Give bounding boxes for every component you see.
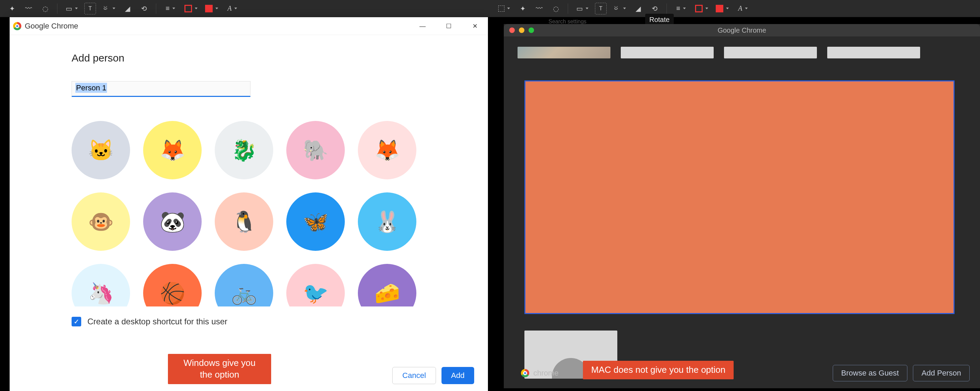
signature-tool-icon[interactable]: ఠ xyxy=(101,3,117,14)
rotate-tool-icon[interactable]: ⟲ Rotate xyxy=(649,3,660,14)
fill-color-swatch[interactable] xyxy=(204,3,220,14)
avatar-dragon-grey[interactable]: 🐉 xyxy=(215,121,273,179)
outline-color-swatch[interactable] xyxy=(183,3,199,14)
avatar-grid: 🐱🦊🐉🐘🦊🐵🐼🐧🦋🐰🦄🏀🚲🐦🧀 xyxy=(72,121,436,307)
close-button[interactable]: ✕ xyxy=(462,17,488,35)
annotation-windows: Windows give you the option xyxy=(168,354,271,384)
avatar-fox-yellow[interactable]: 🦊 xyxy=(143,121,202,179)
avatar-picker-scrollarea: 🐱🦊🐉🐘🦊🐵🐼🐧🦋🐰🦄🏀🚲🐦🧀 xyxy=(72,121,436,307)
dialog-content: Add person Person 1 🐱🦊🐉🐘🦊🐵🐼🐧🦋🐰🦄🏀🚲🐦🧀 ✓ Cr… xyxy=(10,35,488,391)
maximize-button[interactable]: ☐ xyxy=(436,17,462,35)
signature-tool-icon[interactable]: ఠ xyxy=(611,3,627,14)
mac-content: MAC does not give you the option chrome … xyxy=(504,36,980,388)
avatar-monkey-yellow[interactable]: 🐵 xyxy=(72,192,130,251)
desktop-shortcut-checkbox[interactable]: ✓ xyxy=(72,317,81,326)
input-selected-text: Person 1 xyxy=(75,83,107,93)
desktop-shortcut-checkbox-row: ✓ Create a desktop shortcut for this use… xyxy=(72,317,433,326)
brush-tool-icon[interactable]: 〰 xyxy=(23,3,34,14)
avatar-elephant-pink[interactable]: 🐘 xyxy=(286,121,345,179)
chrome-logo-icon xyxy=(13,22,21,30)
sparkle-tool-icon[interactable]: ✦ xyxy=(517,3,528,14)
browse-as-guest-button[interactable]: Browse as Guest xyxy=(833,365,908,382)
toolbar-separator xyxy=(156,3,156,14)
chrome-logo-icon xyxy=(521,369,529,377)
font-tool-icon[interactable]: A xyxy=(224,3,240,14)
avatar-cheese-purple[interactable]: 🧀 xyxy=(358,264,416,307)
editor-toolbar-right: ✦ 〰 ◌ ▭ T ఠ ◢ ⟲ Rotate ≡ A Search settin… xyxy=(490,0,980,17)
person-name-input[interactable]: Person 1 xyxy=(72,81,250,97)
checkbox-label: Create a desktop shortcut for this user xyxy=(88,317,228,326)
eraser-tool-icon[interactable]: ◌ xyxy=(39,3,51,14)
avatar-penguin-peach[interactable]: 🐧 xyxy=(215,192,273,251)
cancel-button[interactable]: Cancel xyxy=(392,367,436,384)
lines-tool-icon[interactable]: ≡ xyxy=(162,3,178,14)
avatar-rabbit-cyan[interactable]: 🐰 xyxy=(358,192,416,251)
outline-color-swatch[interactable] xyxy=(694,3,710,14)
sparkle-tool-icon[interactable]: ✦ xyxy=(6,3,18,14)
avatar-unicorn-blue[interactable]: 🦄 xyxy=(72,264,130,307)
minimize-button[interactable]: — xyxy=(409,17,436,35)
toolbar-separator xyxy=(57,3,57,14)
right-pane: ✦ 〰 ◌ ▭ T ఠ ◢ ⟲ Rotate ≡ A Search settin… xyxy=(490,0,980,391)
toolbar-separator xyxy=(667,3,667,14)
window-title: Google Chrome xyxy=(25,22,78,30)
chrome-profiles-window-mac: Google Chrome MAC does not give you the … xyxy=(504,24,980,388)
mask-tool-icon[interactable]: ◢ xyxy=(121,3,133,14)
profile-card[interactable] xyxy=(517,47,611,59)
avatar-butterfly-blue[interactable]: 🦋 xyxy=(286,192,345,251)
select-tool-icon[interactable] xyxy=(496,3,512,14)
avatar-basketball[interactable]: 🏀 xyxy=(143,264,202,307)
chrome-add-person-dialog-windows: Google Chrome — ☐ ✕ Add person Person 1 … xyxy=(10,17,488,391)
rotate-tool-icon[interactable]: ⟲ xyxy=(138,3,150,14)
brush-tool-icon[interactable]: 〰 xyxy=(533,3,545,14)
avatar-panda-purple[interactable]: 🐼 xyxy=(143,192,202,251)
mac-window-title: Google Chrome xyxy=(504,27,980,34)
font-tool-icon[interactable]: A xyxy=(735,3,751,14)
avatar-cat-grey[interactable]: 🐱 xyxy=(72,121,130,179)
text-tool-icon[interactable]: T xyxy=(84,3,96,14)
profile-card[interactable] xyxy=(827,47,920,59)
fill-color-swatch[interactable] xyxy=(714,3,730,14)
chrome-brand-label: chrome xyxy=(533,369,558,378)
dialog-heading: Add person xyxy=(72,52,433,64)
chrome-brand-footer: chrome xyxy=(521,369,558,378)
left-pane: ✦ 〰 ◌ ▭ T ఠ ◢ ⟲ ≡ A Google Chrome — ☐ ✕ … xyxy=(0,0,490,391)
mac-footer: chrome Browse as Guest Add Person xyxy=(521,363,970,383)
mac-titlebar: Google Chrome xyxy=(504,24,980,36)
toolbar-separator xyxy=(568,3,568,14)
profile-thumb-row-top xyxy=(517,47,966,59)
annotation-rectangle-selected[interactable] xyxy=(524,81,955,314)
profile-card[interactable] xyxy=(724,47,817,59)
shape-tool-icon[interactable]: ▭ xyxy=(574,3,590,14)
mask-tool-icon[interactable]: ◢ xyxy=(632,3,644,14)
editor-toolbar-left: ✦ 〰 ◌ ▭ T ఠ ◢ ⟲ ≡ A xyxy=(0,0,490,17)
add-person-button[interactable]: Add Person xyxy=(913,365,970,382)
eraser-tool-icon[interactable]: ◌ xyxy=(550,3,562,14)
windows-titlebar: Google Chrome — ☐ ✕ xyxy=(10,17,488,35)
shape-tool-icon[interactable]: ▭ xyxy=(64,3,80,14)
avatar-fox-pink[interactable]: 🦊 xyxy=(358,121,416,179)
profile-card[interactable] xyxy=(621,47,714,59)
dialog-footer: Cancel Add xyxy=(392,367,474,384)
avatar-bird-pink[interactable]: 🐦 xyxy=(286,264,345,307)
text-tool-icon[interactable]: T xyxy=(595,3,607,14)
avatar-bicycle[interactable]: 🚲 xyxy=(215,264,273,307)
lines-tool-icon[interactable]: ≡ xyxy=(673,3,689,14)
add-button[interactable]: Add xyxy=(441,367,474,384)
